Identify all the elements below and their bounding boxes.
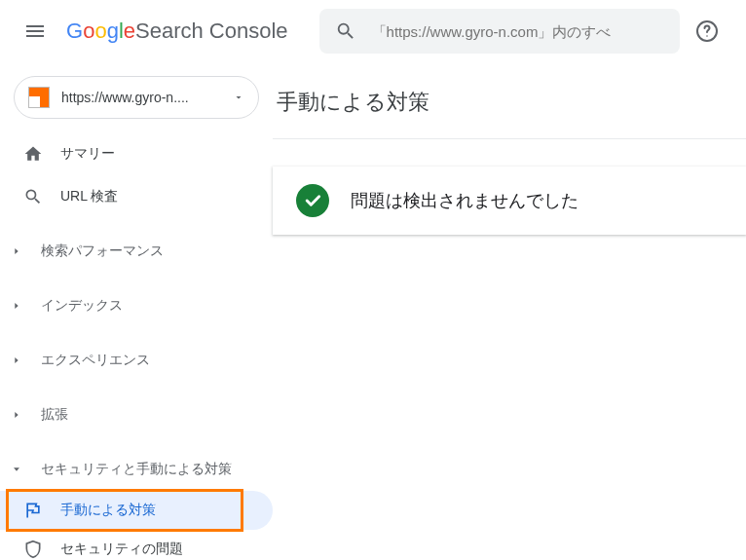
caret-right-icon	[10, 301, 23, 311]
sidebar: https://www.gyro-n.... サマリー URL 検査 検索パフォ…	[0, 62, 273, 560]
nav-label: サマリー	[60, 145, 115, 163]
status-message: 問題は検出されませんでした	[351, 189, 578, 212]
search-icon	[335, 20, 356, 42]
nav-label: 手動による対策	[60, 502, 156, 519]
status-card[interactable]: 問題は検出されませんでした	[273, 167, 746, 235]
help-icon[interactable]	[688, 12, 727, 51]
flag-icon	[23, 501, 43, 520]
caret-down-icon	[10, 465, 23, 474]
caret-right-icon	[10, 246, 23, 256]
home-icon	[23, 144, 43, 164]
property-favicon	[28, 87, 50, 108]
chevron-down-icon	[233, 92, 244, 103]
nav-label: URL 検査	[60, 188, 118, 205]
section-label: セキュリティと手動による対策	[41, 461, 232, 478]
section-label: エクスペリエンス	[41, 352, 150, 369]
sidebar-item-security-issues[interactable]: セキュリティの問題	[0, 530, 273, 560]
menu-icon[interactable]	[12, 8, 58, 55]
sidebar-section-index[interactable]: インデックス	[0, 284, 273, 327]
svg-point-1	[706, 35, 708, 37]
page-title: 手動による対策	[273, 62, 746, 139]
sidebar-item-summary[interactable]: サマリー	[0, 132, 273, 175]
shield-icon	[23, 540, 43, 559]
sidebar-section-experience[interactable]: エクスペリエンス	[0, 339, 273, 382]
nav-label: セキュリティの問題	[60, 541, 183, 558]
search-input[interactable]	[372, 23, 664, 40]
property-selector[interactable]: https://www.gyro-n....	[14, 76, 259, 119]
sidebar-section-enhancements[interactable]: 拡張	[0, 393, 273, 436]
sidebar-section-security-manual[interactable]: セキュリティと手動による対策	[0, 448, 273, 491]
section-label: インデックス	[41, 297, 123, 315]
sidebar-section-search-perf[interactable]: 検索パフォーマンス	[0, 230, 273, 273]
sidebar-item-manual-actions[interactable]: 手動による対策	[0, 491, 273, 530]
product-logo[interactable]: Google Search Console	[66, 19, 288, 44]
search-bar[interactable]	[319, 9, 680, 54]
section-label: 拡張	[41, 406, 68, 424]
property-label: https://www.gyro-n....	[61, 90, 221, 105]
main-content: 手動による対策 問題は検出されませんでした	[273, 62, 746, 560]
check-circle-icon	[296, 184, 329, 217]
caret-right-icon	[10, 355, 23, 365]
sidebar-item-url-inspect[interactable]: URL 検査	[0, 175, 273, 218]
section-label: 検索パフォーマンス	[41, 243, 164, 260]
magnifier-icon	[23, 187, 43, 206]
caret-right-icon	[10, 410, 23, 420]
product-name: Search Console	[135, 19, 288, 44]
